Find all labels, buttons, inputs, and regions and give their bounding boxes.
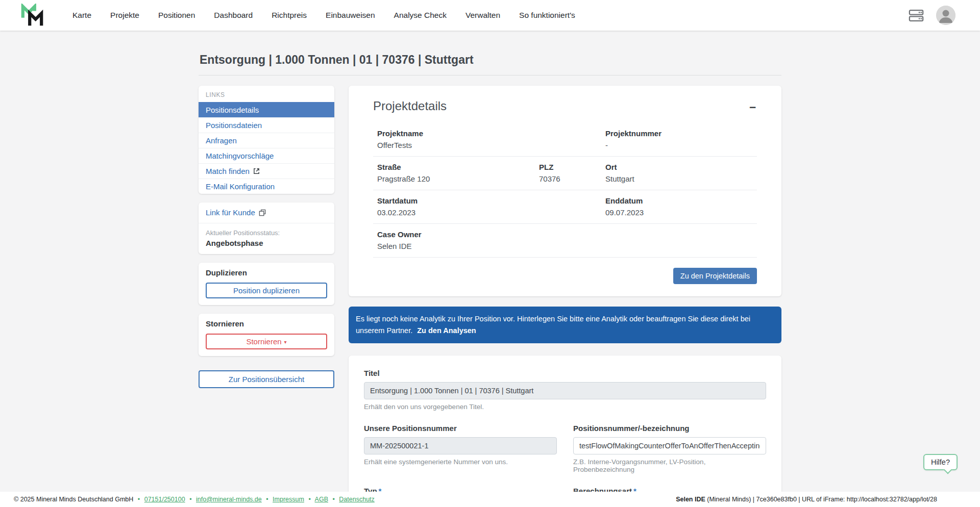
unsere-positionsnummer-label: Unsere Positionsnummer [364, 424, 557, 433]
collapse-icon[interactable]: – [748, 99, 757, 115]
nav-item-einbauweisen[interactable]: Einbauweisen [326, 11, 375, 20]
page-content: Entsorgung | 1.000 Tonnen | 01 | 70376 |… [0, 31, 980, 492]
footer-separator: • [189, 496, 191, 503]
server-stack-icon[interactable] [909, 9, 924, 22]
sidebar-item-positionsdetails[interactable]: Positionsdetails [199, 102, 334, 117]
chevron-down-icon: ▾ [284, 339, 287, 345]
positionsbezeichnung-label: Positionsnummer/-bezeichnung [573, 424, 766, 433]
field-value: OfferTests [377, 141, 605, 149]
footer-separator: • [266, 496, 268, 503]
session-user: Selen IDE [676, 496, 705, 503]
typ-label-text: Typ [364, 487, 377, 492]
titel-helper-text: Erhält den von uns vorgegebenen Titel. [364, 403, 766, 411]
nav-item-richtpreis[interactable]: Richtpreis [272, 11, 307, 20]
field-value: Selen IDE [377, 242, 605, 250]
field-enddatum: Enddatum 09.07.2023 [605, 196, 753, 217]
unsere-positionsnummer-field-group: Unsere Positionsnummer Erhält eine syste… [364, 424, 557, 473]
sidebar-item-email-konfiguration[interactable]: E-Mail Konfiguration [199, 179, 334, 194]
titel-field-group: Titel Erhält den von uns vorgegebenen Ti… [364, 369, 766, 411]
nav-item-so-funktionierts[interactable]: So funktioniert's [519, 11, 575, 20]
berechnungsart-field-group: Berechnungsart* Preisoptimierung ▼ Wähle… [573, 487, 766, 492]
sidebar-item-anfragen[interactable]: Anfragen [199, 133, 334, 148]
field-projektname: Projektname OfferTests [377, 129, 605, 149]
footer-separator: • [138, 496, 140, 503]
footer-link-phone[interactable]: 07151/250100 [144, 496, 185, 503]
field-label: Ort [605, 163, 753, 171]
field-label: Projektnummer [605, 129, 753, 138]
typ-label: Typ* [364, 487, 557, 492]
customer-link-card: Link für Kunde Aktueller Positionsstatus… [199, 202, 334, 254]
sidebar-item-positionsdateien[interactable]: Positionsdateien [199, 117, 334, 133]
field-value: 70376 [539, 174, 605, 183]
unsere-positionsnummer-helper-text: Erhält eine systemgenerierte Nummer von … [364, 458, 557, 466]
positionsbezeichnung-field-group: Positionsnummer/-bezeichnung Z.B. Intern… [573, 424, 766, 473]
zu-den-projektdetails-button[interactable]: Zu den Projektdetails [673, 268, 757, 284]
footer-link-impressum[interactable]: Impressum [273, 496, 304, 503]
field-value: 09.07.2023 [605, 208, 753, 217]
copyright-text: © 2025 Mineral Minds Deutschland GmbH [14, 496, 133, 503]
nav-item-karte[interactable]: Karte [72, 11, 91, 20]
alert-message: Es liegt noch keine Analytik zu Ihrer Po… [356, 315, 750, 335]
hilfe-button[interactable]: Hilfe? [923, 454, 958, 470]
footer-link-agb[interactable]: AGB [315, 496, 328, 503]
stornieren-dropdown-button[interactable]: Stornieren▾ [206, 334, 327, 349]
footer: © 2025 Mineral Minds Deutschland GmbH • … [0, 492, 980, 507]
zur-positionsuebersicht-button[interactable]: Zur Positionsübersicht [199, 370, 334, 388]
nav-item-analyse-check[interactable]: Analyse Check [394, 11, 447, 20]
position-status-label: Aktueller Positionsstatus: [206, 229, 327, 237]
field-startdatum: Startdatum 03.02.2023 [377, 196, 605, 217]
main-column: Projektdetails – Projektname OfferTests … [349, 86, 781, 492]
nav-item-positionen[interactable]: Positionen [158, 11, 195, 20]
field-ort: Ort Stuttgart [605, 163, 753, 183]
required-asterisk: * [633, 487, 636, 492]
sidebar-item-match-finden[interactable]: Match finden [199, 163, 334, 179]
field-plz: PLZ 70376 [539, 163, 605, 183]
sidebar-item-matchingvorschlaege[interactable]: Matchingvorschläge [199, 148, 334, 163]
typ-field-group: Typ* Entsorgung ▼ Wählen Sie hier die Ar… [364, 487, 557, 492]
projektdetails-card: Projektdetails – Projektname OfferTests … [349, 86, 781, 296]
links-card-header: LINKS [199, 88, 334, 102]
field-value: - [605, 141, 753, 149]
field-label: PLZ [539, 163, 605, 171]
sidebar: LINKS Positionsdetails Positionsdateien … [199, 86, 334, 388]
position-duplizieren-button[interactable]: Position duplizieren [206, 283, 327, 298]
titel-input [364, 382, 766, 399]
projektdetails-heading: Projektdetails [373, 99, 447, 113]
field-value: Pragstraße 120 [377, 174, 539, 183]
field-case-owner: Case Owner Selen IDE [377, 230, 605, 250]
position-status-value: Angebotsphase [206, 239, 327, 247]
table-row: Case Owner Selen IDE [373, 224, 757, 258]
sidebar-item-label: Positionsdetails [206, 106, 259, 114]
table-row: Straße Pragstraße 120 PLZ 70376 Ort Stut… [373, 157, 757, 190]
nav-item-dashboard[interactable]: Dashboard [214, 11, 253, 20]
field-strasse: Straße Pragstraße 120 [377, 163, 539, 183]
duplicate-heading: Duplizieren [206, 268, 327, 277]
table-row: Startdatum 03.02.2023 Enddatum 09.07.202… [373, 190, 757, 224]
footer-link-email[interactable]: info@mineral-minds.de [196, 496, 262, 503]
nav-item-projekte[interactable]: Projekte [110, 11, 139, 20]
required-asterisk: * [379, 487, 382, 492]
cancel-heading: Stornieren [206, 319, 327, 328]
session-details: (Mineral Minds) | 7ce360e83fb0 | URL of … [705, 496, 937, 503]
field-value: Stuttgart [605, 174, 753, 183]
field-projektnummer: Projektnummer - [605, 129, 753, 149]
mineral-minds-logo-icon[interactable] [20, 4, 44, 27]
nav-right-actions [909, 6, 955, 25]
link-fuer-kunde-link[interactable]: Link für Kunde [206, 208, 266, 217]
zu-den-analysen-link[interactable]: Zu den Analysen [417, 326, 476, 335]
sidebar-links-card: LINKS Positionsdetails Positionsdateien … [199, 86, 334, 194]
stornieren-button-label: Stornieren [246, 337, 281, 346]
user-avatar-icon[interactable] [936, 6, 955, 25]
footer-separator: • [332, 496, 334, 503]
field-label: Case Owner [377, 230, 605, 239]
main-nav-links: Karte Projekte Positionen Dashboard Rich… [72, 11, 575, 20]
positionsbezeichnung-input[interactable] [573, 437, 766, 454]
berechnungsart-label: Berechnungsart* [573, 487, 766, 492]
nav-item-verwalten[interactable]: Verwalten [465, 11, 500, 20]
field-label: Startdatum [377, 196, 605, 205]
top-navigation-bar: Karte Projekte Positionen Dashboard Rich… [0, 0, 980, 31]
footer-link-datenschutz[interactable]: Datenschutz [339, 496, 374, 503]
positionsbezeichnung-helper-text: Z.B. Interne-Vorgangsnummer, LV-Position… [573, 458, 766, 473]
footer-separator: • [308, 496, 310, 503]
sidebar-item-label: Match finden [206, 167, 250, 175]
